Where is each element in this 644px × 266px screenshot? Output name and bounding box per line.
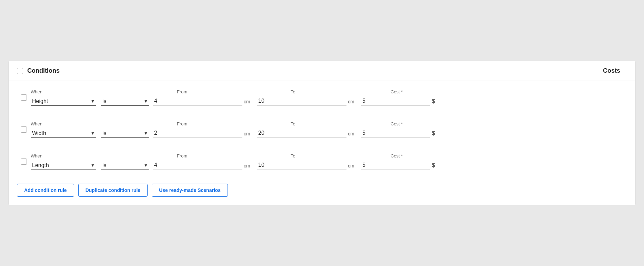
conditions-card: Conditions Costs When From To Cost * bbox=[8, 61, 636, 205]
when-label-3: When bbox=[31, 153, 107, 158]
row-checkbox-3[interactable] bbox=[17, 158, 31, 165]
dollar-sign-1: $ bbox=[432, 98, 435, 104]
to-label-1: To bbox=[291, 89, 387, 94]
rule-content-3: When From To Cost * Height Width Length … bbox=[31, 153, 627, 170]
operator-select-3[interactable]: is is not greater than less than bbox=[101, 161, 149, 170]
operator-select-2[interactable]: is is not greater than less than bbox=[101, 129, 149, 138]
from-label-3: From bbox=[177, 153, 287, 158]
header-left: Conditions bbox=[17, 67, 60, 74]
cost-label-1: Cost * bbox=[391, 89, 627, 94]
row-checkbox-1[interactable] bbox=[17, 94, 31, 101]
table-row: When From To Cost * Height Width Length … bbox=[17, 113, 627, 145]
from-unit-3: cm bbox=[244, 163, 253, 168]
header-row: Conditions Costs bbox=[9, 61, 635, 81]
conditions-title: Conditions bbox=[27, 67, 60, 74]
from-input-3[interactable] bbox=[153, 161, 242, 170]
duplicate-condition-rule-button[interactable]: Duplicate condition rule bbox=[78, 184, 148, 197]
row-checkbox-2[interactable] bbox=[17, 126, 31, 133]
rule-inputs-3: Height Width Length Weight ▼ is is not g… bbox=[31, 161, 627, 170]
add-condition-rule-button[interactable]: Add condition rule bbox=[17, 184, 74, 197]
dollar-sign-3: $ bbox=[432, 162, 435, 168]
checkbox-1[interactable] bbox=[21, 94, 27, 101]
cost-input-2[interactable] bbox=[361, 129, 430, 138]
to-unit-1: cm bbox=[348, 99, 358, 104]
from-input-1[interactable] bbox=[153, 96, 242, 106]
table-row: When From To Cost * Height Width Length … bbox=[17, 145, 627, 177]
rule-inputs-2: Height Width Length Weight ▼ is is not g… bbox=[31, 129, 627, 138]
to-input-1[interactable] bbox=[257, 96, 346, 106]
rules-container: When From To Cost * Height Width Length … bbox=[9, 81, 635, 177]
from-label-1: From bbox=[177, 89, 287, 94]
header-checkbox[interactable] bbox=[17, 68, 23, 74]
cost-label-3: Cost * bbox=[391, 153, 627, 158]
rule-labels-3: When From To Cost * bbox=[31, 153, 627, 158]
footer-buttons: Add condition rule Duplicate condition r… bbox=[9, 177, 635, 205]
to-label-2: To bbox=[291, 121, 387, 126]
from-input-2[interactable] bbox=[153, 129, 242, 138]
use-ready-made-scenarios-button[interactable]: Use ready-made Scenarios bbox=[152, 184, 228, 197]
checkbox-2[interactable] bbox=[21, 126, 27, 133]
dollar-sign-2: $ bbox=[432, 130, 435, 136]
condition-select-wrapper-3: Height Width Length Weight ▼ bbox=[31, 161, 96, 170]
condition-select-3[interactable]: Height Width Length Weight bbox=[31, 161, 96, 170]
operator-select-wrapper-2: is is not greater than less than ▼ bbox=[96, 129, 149, 138]
when-label-2: When bbox=[31, 121, 107, 126]
costs-title: Costs bbox=[603, 67, 627, 74]
to-unit-3: cm bbox=[348, 163, 358, 168]
rule-content-1: When From To Cost * Height Width Length … bbox=[31, 89, 627, 106]
when-label-1: When bbox=[31, 89, 107, 94]
to-unit-2: cm bbox=[348, 131, 358, 136]
condition-select-wrapper-2: Height Width Length Weight ▼ bbox=[31, 129, 96, 138]
from-unit-1: cm bbox=[244, 99, 253, 104]
rule-labels-2: When From To Cost * bbox=[31, 121, 627, 126]
operator-select-wrapper-3: is is not greater than less than ▼ bbox=[96, 161, 149, 170]
to-label-3: To bbox=[291, 153, 387, 158]
to-input-3[interactable] bbox=[257, 161, 346, 170]
condition-select-wrapper-1: Height Width Length Weight ▼ bbox=[31, 97, 96, 106]
condition-select-2[interactable]: Height Width Length Weight bbox=[31, 129, 96, 138]
cost-input-1[interactable] bbox=[361, 96, 430, 106]
from-label-2: From bbox=[177, 121, 287, 126]
rule-inputs-1: Height Width Length Weight ▼ is is not g… bbox=[31, 96, 627, 106]
cost-label-2: Cost * bbox=[391, 121, 627, 126]
checkbox-3[interactable] bbox=[21, 158, 27, 165]
rule-content-2: When From To Cost * Height Width Length … bbox=[31, 121, 627, 138]
table-row: When From To Cost * Height Width Length … bbox=[17, 81, 627, 113]
condition-select-1[interactable]: Height Width Length Weight bbox=[31, 97, 96, 106]
cost-input-3[interactable] bbox=[361, 161, 430, 170]
operator-select-wrapper-1: is is not greater than less than ▼ bbox=[96, 97, 149, 106]
operator-select-1[interactable]: is is not greater than less than bbox=[101, 97, 149, 106]
from-unit-2: cm bbox=[244, 131, 253, 136]
rule-labels-1: When From To Cost * bbox=[31, 89, 627, 94]
to-input-2[interactable] bbox=[257, 129, 346, 138]
